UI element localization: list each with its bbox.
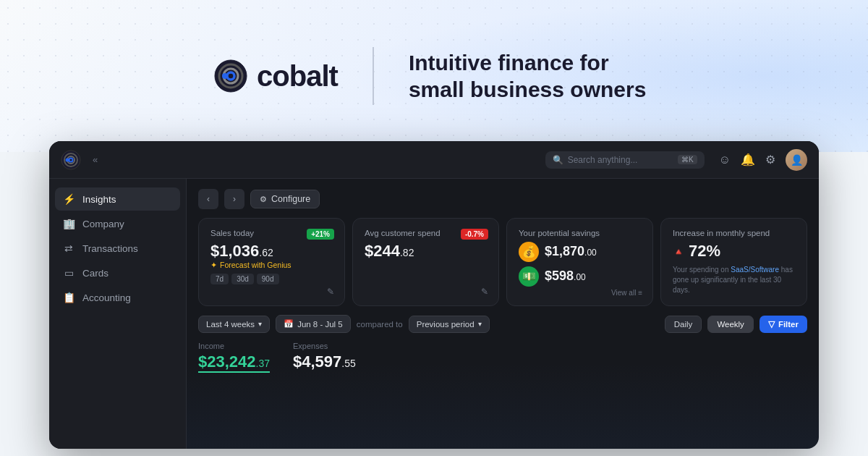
- search-bar[interactable]: 🔍 Search anything... ⌘K: [545, 151, 705, 169]
- edit-icon[interactable]: ✎: [327, 287, 334, 297]
- increase-percent: 🔺 72%: [673, 242, 795, 261]
- daily-button[interactable]: Daily: [665, 316, 702, 333]
- bell-icon[interactable]: 🔔: [741, 153, 755, 166]
- topbar-logo-icon: [61, 150, 81, 170]
- filter-row: Last 4 weeks ▾ 📅 Jun 8 - Jul 5 compared …: [198, 315, 807, 333]
- savings-icon-2: 💵: [519, 266, 539, 287]
- sidebar-item-label: Transactions: [82, 243, 138, 254]
- calendar-icon: 📅: [284, 319, 294, 329]
- sidebar-item-accounting[interactable]: 📋 Accounting: [55, 286, 180, 309]
- avatar[interactable]: 👤: [786, 149, 807, 171]
- time-chips: 7d 30d 90d: [210, 274, 333, 284]
- value-decimal: .82: [400, 247, 414, 258]
- chip-7d[interactable]: 7d: [210, 274, 229, 284]
- logo-section: cobalt: [213, 59, 338, 93]
- sales-today-card: Sales today +21% $1,036.62 ✦ Forecast wi…: [198, 218, 345, 306]
- card-title: Your potential savings: [519, 229, 641, 237]
- monthly-spend-card: Increase in monthly spend 🔺 72% Your spe…: [660, 218, 807, 306]
- card-description: Your spending on SaaS/Software has gone …: [673, 265, 795, 295]
- spend-badge: -0.7%: [461, 229, 488, 240]
- potential-savings-card: Your potential savings 💰 $1,870.00 💵 $59…: [506, 218, 653, 306]
- date-range-picker[interactable]: 📅 Jun 8 - Jul 5: [276, 315, 351, 333]
- period-dropdown[interactable]: Last 4 weeks ▾: [198, 316, 270, 333]
- toolbar: ‹ › ⚙ Configure: [198, 189, 807, 209]
- expenses-value: $4,597.55: [293, 352, 356, 371]
- topbar-icons: ☺ 🔔 ⚙ 👤: [719, 149, 807, 171]
- income-summary: Income $23,242.37: [198, 342, 270, 373]
- cards-icon: ▭: [62, 267, 75, 279]
- card-value: $244.82: [365, 242, 487, 261]
- card-value: $1,036.62: [210, 242, 333, 261]
- savings-icon-1: 💰: [519, 242, 539, 262]
- sidebar: ⚡ Insights 🏢 Company ⇄ Transactions ▭ Ca…: [49, 179, 187, 449]
- filter-button[interactable]: ▽ Filter: [760, 316, 807, 333]
- logo-text: cobalt: [257, 60, 338, 93]
- increase-arrow-icon: 🔺: [673, 246, 684, 257]
- search-placeholder: Search anything...: [568, 155, 673, 165]
- accounting-icon: 📋: [62, 292, 75, 303]
- summary-row: Income $23,242.37 Expenses $4,597.55: [198, 342, 807, 373]
- sidebar-item-label: Accounting: [82, 292, 131, 303]
- main-content: ‹ › ⚙ Configure Sales today +21% $1,036.…: [187, 179, 819, 449]
- chevron-down-icon: ▾: [478, 320, 482, 328]
- card-title: Increase in monthly spend: [673, 229, 795, 237]
- savings-value-1: $1,870.00: [545, 244, 597, 260]
- svg-point-9: [66, 158, 69, 161]
- value-decimal: .62: [259, 247, 273, 258]
- sidebar-item-company[interactable]: 🏢 Company: [55, 212, 180, 235]
- previous-period-label: Previous period: [417, 320, 475, 329]
- value-main: $244: [365, 242, 400, 260]
- saas-highlight: SaaS/Software: [731, 266, 779, 274]
- expenses-summary: Expenses $4,597.55: [293, 342, 356, 373]
- svg-point-4: [222, 73, 228, 79]
- hero-content: cobalt Intuitive finance for small busin…: [213, 47, 655, 105]
- app-window: « 🔍 Search anything... ⌘K ☺ 🔔 ⚙ 👤 ⚡ Insi…: [49, 141, 819, 449]
- hero-divider: [373, 47, 374, 105]
- value-main: $1,036: [210, 242, 259, 260]
- hero-tagline: Intuitive finance for small business own…: [409, 49, 655, 104]
- filter-icon: ▽: [768, 319, 775, 329]
- weekly-button[interactable]: Weekly: [707, 316, 754, 333]
- savings-row-1: 💰 $1,870.00: [519, 242, 641, 262]
- topbar-collapse-icon[interactable]: «: [93, 154, 98, 165]
- expenses-label: Expenses: [293, 342, 356, 350]
- chip-30d[interactable]: 30d: [231, 274, 254, 284]
- search-shortcut: ⌘K: [678, 155, 697, 164]
- sidebar-item-label: Company: [82, 219, 124, 229]
- transactions-icon: ⇄: [62, 242, 75, 254]
- face-icon[interactable]: ☺: [719, 153, 731, 166]
- configure-button[interactable]: ⚙ Configure: [250, 190, 320, 208]
- sidebar-item-insights[interactable]: ⚡ Insights: [55, 187, 180, 211]
- chevron-down-icon: ▾: [258, 320, 262, 328]
- search-icon: 🔍: [553, 155, 563, 165]
- sidebar-item-label: Insights: [82, 194, 116, 205]
- settings-icon[interactable]: ⚙: [765, 153, 775, 166]
- company-icon: 🏢: [62, 218, 75, 229]
- savings-value-2: $598.00: [545, 269, 586, 284]
- sales-badge: +21%: [307, 229, 334, 240]
- configure-label: Configure: [271, 194, 310, 204]
- increase-value: 72%: [689, 242, 720, 261]
- chip-90d[interactable]: 90d: [257, 274, 279, 284]
- forecast-star-icon: ✦: [210, 261, 217, 269]
- cobalt-logo-icon: [213, 59, 248, 93]
- forecast-label: ✦ Forecast with Genius: [210, 261, 333, 269]
- avg-spend-card: Avg customer spend -0.7% $244.82 ✎: [352, 218, 499, 306]
- comparison-dropdown[interactable]: Previous period ▾: [409, 316, 490, 333]
- topbar: « 🔍 Search anything... ⌘K ☺ 🔔 ⚙ 👤: [49, 141, 819, 179]
- sidebar-item-label: Cards: [82, 268, 109, 279]
- main-layout: ⚡ Insights 🏢 Company ⇄ Transactions ▭ Ca…: [49, 179, 819, 449]
- edit-icon[interactable]: ✎: [481, 287, 488, 297]
- sidebar-item-cards[interactable]: ▭ Cards: [55, 261, 180, 284]
- date-range: Jun 8 - Jul 5: [297, 320, 343, 329]
- view-all-link[interactable]: View all ≡: [611, 289, 642, 297]
- income-value: $23,242.37: [198, 352, 270, 373]
- hero-section: cobalt Intuitive finance for small busin…: [0, 0, 868, 152]
- sidebar-item-transactions[interactable]: ⇄ Transactions: [55, 237, 180, 260]
- savings-row-2: 💵 $598.00: [519, 266, 641, 287]
- nav-prev-button[interactable]: ‹: [198, 189, 218, 209]
- configure-icon: ⚙: [260, 195, 267, 204]
- filter-label: Filter: [778, 320, 799, 329]
- period-label: Last 4 weeks: [206, 320, 255, 329]
- nav-next-button[interactable]: ›: [224, 189, 244, 209]
